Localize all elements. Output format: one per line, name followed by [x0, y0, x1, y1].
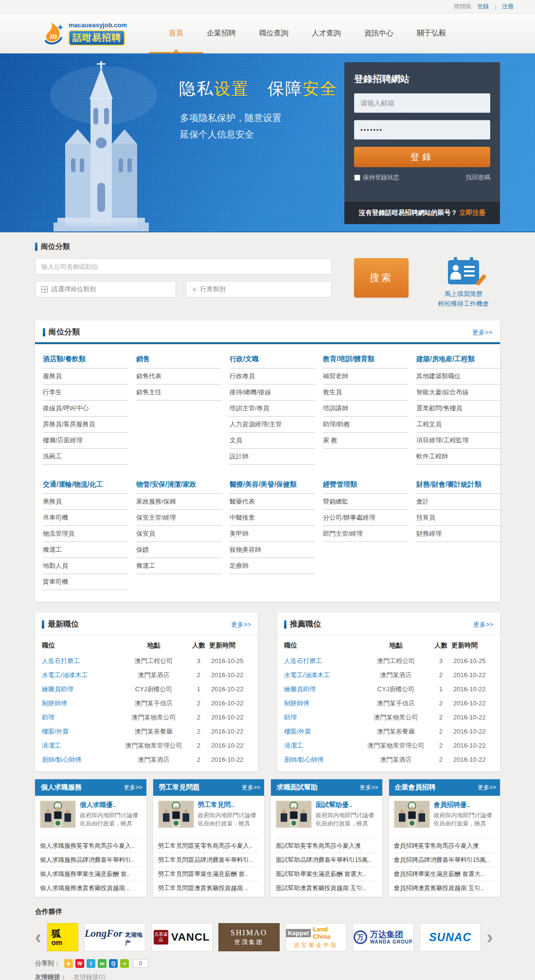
category-title[interactable]: 教育/培訓/體育類: [323, 352, 409, 368]
category-item[interactable]: 培訓主管/專員: [230, 401, 315, 417]
category-item[interactable]: 美甲師: [230, 526, 315, 542]
category-item[interactable]: 置業顧問/售樓員: [416, 401, 502, 417]
job-title-link[interactable]: 繪圖員助理: [42, 685, 119, 694]
news-item[interactable]: 面試幫助畢業生滿意薪酬 首選大..: [276, 867, 377, 881]
category-item[interactable]: 分公司/辦事處經理: [323, 510, 409, 526]
category-title[interactable]: 銷售: [136, 352, 222, 368]
job-title-link[interactable]: 制餅師傅: [284, 699, 361, 708]
job-title-link[interactable]: 人造石打磨工: [42, 657, 119, 665]
partner-logo-shimao[interactable]: SHIMAO 世茂集团: [218, 923, 280, 951]
category-item[interactable]: 保鏢: [136, 542, 222, 558]
category-item[interactable]: 銷售主任: [136, 385, 222, 401]
category-item[interactable]: 救生員: [323, 385, 409, 401]
recommended-jobs-more-link[interactable]: 更多>>: [473, 620, 493, 629]
panel-more-link[interactable]: 更多>>: [242, 784, 260, 792]
category-item[interactable]: 家政服務/保姆: [136, 494, 222, 510]
simplified-version-link[interactable]: 簡體版: [454, 2, 471, 11]
job-title-link[interactable]: 樓面/外賣: [284, 727, 361, 736]
industry-select[interactable]: ∨ 行業類別: [186, 281, 332, 298]
news-item[interactable]: 個人求職服務英零售商馬莎今夏入..: [40, 839, 142, 853]
site-logo[interactable]: m macaueasyjob.com 話咁易招聘: [42, 21, 127, 46]
categories-more-link[interactable]: 更多>>: [472, 328, 492, 337]
news-item[interactable]: 勞工常見問題英零售商馬莎今夏入..: [158, 839, 260, 853]
keep-logged-in-checkbox[interactable]: [354, 175, 360, 181]
category-item[interactable]: 洗碗工: [43, 449, 128, 465]
category-item[interactable]: 行政專員: [230, 368, 315, 385]
category-item[interactable]: 財務經理: [416, 526, 502, 542]
category-item[interactable]: 部門主管/經理: [323, 526, 409, 542]
category-item[interactable]: 乘務員: [43, 494, 128, 510]
news-item[interactable]: 面試幫助澳貴賓廳投資越南 互引..: [276, 881, 377, 895]
featured-article[interactable]: 會員招聘優.. 政府與内地部門讨論優化自由行政策，雖具體..: [394, 801, 496, 828]
friend-link-item[interactable]: 友情鏈接01: [73, 973, 106, 980]
news-item[interactable]: 會員招聘英零售商馬莎今夏入澳: [394, 839, 496, 853]
news-item[interactable]: 個人求職服務澳貴賓廳投資越南 ..: [40, 881, 142, 895]
news-item[interactable]: 個人求職服務畢業生滿意薪酬 首..: [40, 867, 142, 881]
category-item[interactable]: 人力資源經理/主管: [230, 417, 315, 433]
job-title-link[interactable]: 人造石打磨工: [284, 657, 361, 665]
keyword-search-input[interactable]: [35, 258, 332, 275]
more-share-icon[interactable]: +: [120, 959, 129, 968]
tencent-weibo-icon[interactable]: t: [87, 959, 95, 968]
category-title[interactable]: 經營管理類: [323, 477, 409, 494]
job-title-link[interactable]: 清潔工: [284, 741, 361, 750]
panel-more-link[interactable]: 更多>>: [478, 784, 496, 792]
category-item[interactable]: 足療師: [230, 558, 315, 574]
category-item[interactable]: 吊車司機: [43, 510, 128, 526]
category-item[interactable]: 培訓講師: [323, 401, 409, 417]
qq-icon[interactable]: Q: [109, 959, 118, 968]
partner-logo-sunac[interactable]: SUNAC: [420, 923, 481, 951]
job-title-link[interactable]: 制餅師傅: [42, 699, 119, 708]
category-item[interactable]: 工程文員: [416, 417, 502, 433]
job-title-link[interactable]: 繪圖員助理: [284, 685, 361, 694]
category-item[interactable]: 地勤人員: [43, 558, 128, 574]
category-item[interactable]: 其他建築類職位: [416, 368, 502, 385]
category-item[interactable]: 銷售代表: [136, 368, 222, 385]
forgot-password-link[interactable]: 找回密碼: [466, 174, 490, 182]
category-title[interactable]: 酒店類/餐飲類: [43, 352, 128, 368]
category-item[interactable]: 營銷總監: [323, 494, 409, 510]
category-item[interactable]: 房務員/客房服務員: [43, 417, 128, 433]
panel-more-link[interactable]: 更多>>: [124, 784, 142, 792]
job-title-link[interactable]: 廚師/點心師傅: [284, 755, 361, 764]
keep-logged-in[interactable]: 保持登錄狀态: [354, 174, 399, 182]
partner-logo-sohu[interactable]: 狐 om: [47, 923, 78, 951]
featured-article[interactable]: 勞工常見問.. 政府與内地部門讨論優化自由行政策，雖具體..: [158, 801, 260, 828]
category-item[interactable]: 保安員: [136, 526, 222, 542]
partner-logo-vancl[interactable]: 凡客诚品 VANCL: [151, 923, 213, 951]
category-title[interactable]: 醫療/美容/美發/保健類: [230, 477, 315, 494]
category-item[interactable]: 會計: [416, 494, 502, 510]
category-item[interactable]: 軟件工程師: [416, 449, 502, 465]
category-item[interactable]: 智能大廈/綜合布線: [416, 385, 502, 401]
job-title-link[interactable]: 水電工/油漆木工: [284, 671, 361, 680]
password-field[interactable]: [354, 120, 490, 140]
job-title-link[interactable]: 清潔工: [42, 741, 119, 750]
featured-article[interactable]: 面試幫助優.. 政府與内地部門讨論優化自由行政策，雖具體..: [276, 801, 377, 828]
category-title[interactable]: 財務/財會/審計統計類: [416, 477, 502, 494]
category-title[interactable]: 行政/文職: [230, 352, 315, 368]
search-button[interactable]: 搜索: [354, 258, 409, 298]
category-item[interactable]: 項目經理/工程監理: [416, 433, 502, 449]
category-title[interactable]: 建築/房地産/工程類: [416, 352, 502, 368]
category-item[interactable]: 中醫推拿: [230, 510, 315, 526]
carousel-next-icon[interactable]: ›: [487, 923, 493, 951]
news-item[interactable]: 勞工常見問題品牌消費嘉年華料引..: [158, 853, 260, 867]
register-now-link[interactable]: 立即注冊: [459, 209, 485, 217]
category-item[interactable]: 保安主管/經理: [136, 510, 222, 526]
job-title-link[interactable]: 助理: [42, 713, 119, 722]
panel-more-link[interactable]: 更多>>: [359, 784, 378, 792]
news-item[interactable]: 會員招聘澳貴賓廳投資越南 互引..: [394, 881, 496, 895]
nav-item[interactable]: 關于弘毅: [405, 14, 458, 53]
category-title[interactable]: 交通/運輸/物流/化工: [43, 477, 128, 494]
job-category-select[interactable]: 請選擇崗位類別: [35, 281, 176, 298]
news-item[interactable]: 面試幫助英零售商馬莎今夏入澳: [276, 839, 377, 853]
category-item[interactable]: 物流管理員: [43, 526, 128, 542]
category-item[interactable]: 接待/總機/接線: [230, 385, 315, 401]
category-item[interactable]: 家 教: [323, 433, 409, 449]
category-item[interactable]: 搬運工: [136, 558, 222, 574]
job-title-link[interactable]: 助理: [284, 713, 361, 722]
category-item[interactable]: 行李生: [43, 385, 128, 401]
login-link[interactable]: 登錄: [477, 2, 489, 11]
login-button[interactable]: 登錄: [354, 147, 490, 167]
nav-item[interactable]: 企業招聘: [195, 14, 248, 53]
